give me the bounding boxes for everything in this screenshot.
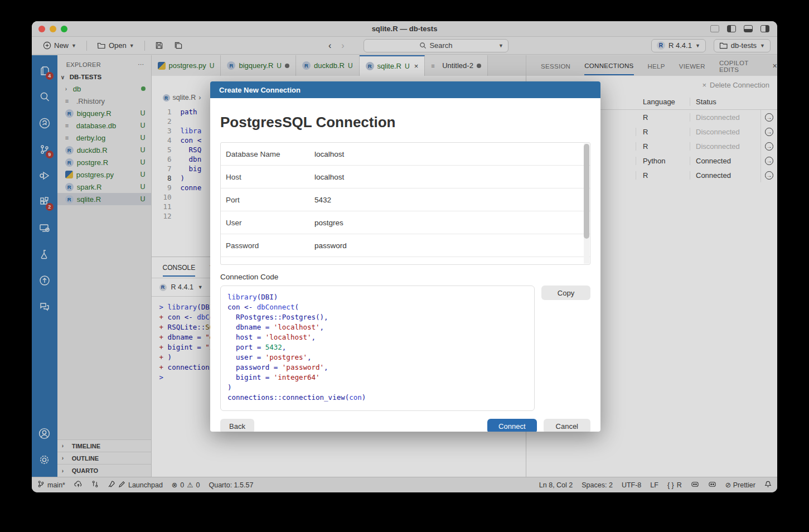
save-button[interactable] — [152, 40, 167, 51]
tab-postgres-py[interactable]: postgres.py U — [152, 55, 221, 76]
file-item-rhistory[interactable]: ≡ .Rhistory — [57, 95, 151, 107]
tab-duckdb[interactable]: R duckdb.R U — [296, 55, 360, 76]
tab-bigquery[interactable]: R bigquery.R U — [221, 55, 296, 76]
form-row-user[interactable]: User postgres — [221, 211, 590, 234]
tab-help[interactable]: HELP — [648, 57, 665, 75]
file-item-database[interactable]: ≡ database.db U — [57, 119, 151, 132]
tab-copilot-edits[interactable]: COPILOT EDITS — [719, 54, 755, 78]
sync-changes-item[interactable] — [74, 481, 83, 490]
open-connection-icon[interactable]: → — [765, 113, 773, 122]
save-all-button[interactable] — [170, 40, 186, 51]
open-button[interactable]: Open▼ — [94, 40, 138, 51]
workspace-root-folder[interactable]: ∨ DB-TESTS — [57, 71, 151, 83]
copy-button[interactable]: Copy — [541, 286, 590, 300]
remote-explorer-activity-icon[interactable] — [35, 217, 54, 239]
connection-code-box[interactable]: library(DBI)con <- dbConnect( RPostgres:… — [220, 286, 535, 411]
editor-tabs: postgres.py U R bigquery.R U R duckdb.R … — [152, 55, 526, 76]
encoding-item[interactable]: UTF-8 — [622, 481, 641, 489]
dbname-field[interactable]: localhost — [314, 150, 344, 158]
tab-console[interactable]: CONSOLE — [163, 259, 196, 277]
extensions-activity-icon[interactable]: 2 — [35, 191, 54, 213]
language-mode-item[interactable]: { }R — [667, 481, 682, 489]
file-item-spark[interactable]: R spark.R U — [57, 181, 151, 193]
form-row-password[interactable]: Password password — [221, 234, 590, 257]
source-control-activity-icon[interactable]: 9 — [35, 138, 54, 161]
copilot-item[interactable] — [691, 481, 699, 490]
cursor-position-item[interactable]: Ln 8, Col 2 — [539, 481, 573, 489]
tab-sqlite[interactable]: R sqlite.R U × — [360, 55, 425, 76]
console-runtime-label[interactable]: R 4.4.1 — [171, 283, 193, 291]
cancel-button[interactable]: Cancel — [544, 419, 590, 432]
notifications-bell-icon[interactable] — [764, 480, 772, 490]
outline-section[interactable]: ›OUTLINE — [57, 452, 151, 465]
chevron-down-icon: ▼ — [129, 43, 134, 49]
open-connection-icon[interactable]: → — [765, 171, 773, 180]
timeline-section[interactable]: ›TIMELINE — [57, 440, 151, 452]
file-item-derby[interactable]: ≡ derby.log U — [57, 132, 151, 144]
toggle-secondary-sidebar-icon[interactable] — [760, 25, 769, 32]
interpreter-selector[interactable]: R R 4.4.1 ▼ — [651, 39, 706, 52]
tab-session[interactable]: SESSION — [541, 57, 570, 75]
source-control-badge: 9 — [46, 151, 54, 158]
file-item-bigquery[interactable]: R bigquery.R U — [57, 107, 151, 119]
open-connection-icon[interactable]: → — [765, 157, 773, 165]
form-scrollbar[interactable] — [584, 143, 589, 264]
file-item-duckdb[interactable]: R duckdb.R U — [57, 144, 151, 156]
tab-connections[interactable]: CONNECTIONS — [584, 56, 633, 75]
run-debug-activity-icon[interactable] — [35, 165, 54, 187]
customize-layout-icon[interactable] — [710, 25, 719, 32]
publish-activity-icon[interactable] — [35, 269, 54, 292]
quarto-version-item[interactable]: Quarto: 1.5.57 — [209, 481, 253, 489]
file-item-sqlite[interactable]: R sqlite.R U — [57, 193, 151, 205]
password-field[interactable]: password — [314, 241, 347, 250]
close-tab-icon[interactable]: × — [414, 62, 419, 70]
radio-button[interactable] — [413, 265, 420, 265]
close-panel-icon[interactable]: × — [773, 61, 777, 70]
search-input[interactable]: Search ▼ — [364, 39, 508, 52]
indentation-item[interactable]: Spaces: 2 — [582, 481, 613, 489]
copilot-edits-item[interactable] — [708, 481, 716, 490]
open-connection-icon[interactable]: → — [765, 128, 773, 136]
tab-untitled-2[interactable]: ≡ Untitled-2 — [425, 55, 488, 76]
problems-item[interactable]: ⊗ 0 ⚠ 0 — [172, 481, 200, 489]
back-button[interactable]: Back — [220, 419, 254, 432]
form-row-dbname[interactable]: Database Name localhost — [221, 143, 590, 166]
radio-button[interactable] — [314, 265, 322, 265]
radio-button[interactable] — [462, 265, 469, 265]
tab-viewer[interactable]: VIEWER — [679, 57, 705, 75]
nav-forward-button[interactable]: › — [341, 41, 344, 51]
file-icon: ≡ — [431, 62, 439, 70]
github-activity-icon[interactable] — [35, 112, 54, 134]
file-item-postgre[interactable]: R postgre.R U — [57, 156, 151, 168]
search-activity-icon[interactable] — [35, 86, 54, 108]
open-connection-icon[interactable]: → — [765, 142, 773, 151]
account-icon[interactable] — [35, 422, 54, 444]
dialog-header[interactable]: Create New Connection — [210, 81, 600, 98]
form-row-host[interactable]: Host localhost — [221, 166, 590, 188]
file-item-postgres-py[interactable]: postgres.py U — [57, 168, 151, 181]
branch-status-item[interactable] — [91, 480, 99, 490]
settings-gear-icon[interactable] — [35, 448, 54, 471]
git-branch-item[interactable]: main* — [37, 480, 65, 490]
launchpad-item[interactable]: Launchpad — [108, 480, 163, 490]
toggle-panel-icon[interactable] — [744, 25, 753, 32]
radio-button[interactable] — [364, 265, 371, 265]
delete-connection-button[interactable]: Delete Connection — [710, 81, 769, 89]
port-field[interactable]: 5432 — [314, 196, 331, 204]
quarto-section[interactable]: ›QUARTO — [57, 465, 151, 477]
testing-activity-icon[interactable] — [35, 243, 54, 265]
eol-item[interactable]: LF — [650, 481, 658, 489]
workspace-selector[interactable]: db-tests ▼ — [714, 39, 771, 52]
form-row-port[interactable]: Port 5432 — [221, 188, 590, 211]
explorer-more-actions[interactable]: ⋯ — [138, 61, 144, 68]
new-button[interactable]: New▼ — [40, 40, 80, 51]
host-field[interactable]: localhost — [314, 173, 344, 181]
folder-item-db[interactable]: › db — [57, 83, 151, 95]
connect-button[interactable]: Connect — [487, 419, 536, 432]
toggle-sidebar-icon[interactable] — [727, 25, 736, 32]
explorer-activity-icon[interactable]: 4 — [35, 60, 54, 82]
user-field[interactable]: postgres — [314, 219, 343, 227]
nav-back-button[interactable]: ‹ — [328, 41, 331, 51]
chat-activity-icon[interactable] — [35, 296, 54, 318]
prettier-item[interactable]: ⊘ Prettier — [725, 481, 755, 489]
